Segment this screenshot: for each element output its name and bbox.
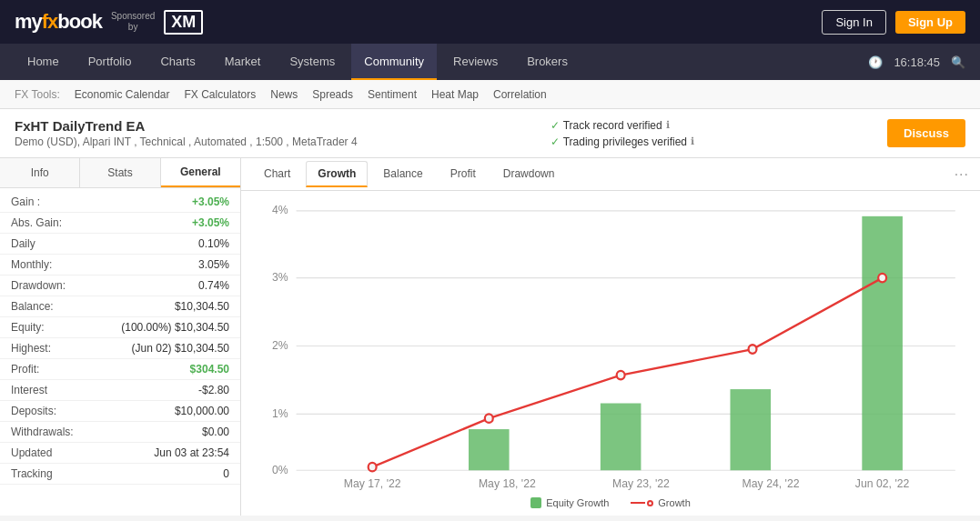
stat-daily-value: 0.10% [198,237,229,250]
xm-logo: XM [164,10,203,35]
signup-button[interactable]: Sign Up [895,11,965,34]
nav-community[interactable]: Community [351,44,437,80]
stat-monthly-label: Monthly: [11,258,52,271]
svg-text:Jun 02, '22: Jun 02, '22 [855,477,910,490]
svg-text:3%: 3% [272,271,288,284]
main-content: Info Stats General Gain : +3.05% Abs. Ga… [0,158,980,516]
clock-icon: 🕐 [868,55,883,69]
nav-systems[interactable]: Systems [277,44,348,80]
tab-general[interactable]: General [161,158,240,187]
stat-highest: Highest: (Jun 02) $10,304.50 [0,338,240,359]
left-panel: Info Stats General Gain : +3.05% Abs. Ga… [0,158,241,516]
signin-button[interactable]: Sign In [822,10,885,35]
tool-sentiment[interactable]: Sentiment [368,88,417,101]
chart-tab-chart[interactable]: Chart [252,161,302,187]
chart-tab-profit[interactable]: Profit [439,161,488,187]
stat-profit: Profit: $304.50 [0,359,240,380]
tool-fx-calculators[interactable]: FX Calculators [185,88,257,101]
chart-legend: Equity Growth Growth [241,492,980,516]
chart-tab-growth[interactable]: Growth [306,161,368,187]
stat-profit-value: $304.50 [190,363,229,376]
legend-equity-label: Equity Growth [546,497,609,508]
stat-deposits-label: Deposits: [11,405,56,417]
top-bar-right: Sign In Sign Up [822,10,965,35]
stat-withdrawals-value: $0.00 [202,426,229,438]
stat-highest-label: Highest: [11,342,51,355]
bar-jun02 [862,216,903,470]
svg-text:May 23, '22: May 23, '22 [612,477,670,490]
search-icon[interactable]: 🔍 [951,55,965,69]
chart-tab-drawdown[interactable]: Drawdown [491,161,567,187]
chart-tab-balance[interactable]: Balance [371,161,434,187]
stat-monthly-value: 3.05% [198,258,229,271]
stat-abs-gain-label: Abs. Gain: [11,216,62,229]
stat-monthly: Monthly: 3.05% [0,255,240,276]
stat-updated-value: Jun 03 at 23:54 [154,446,229,459]
system-subtitle: Demo (USD), Alpari INT , Technical , Aut… [15,135,358,148]
legend-equity-icon [530,497,541,508]
nav-reviews[interactable]: Reviews [440,44,510,80]
stat-gain-value: +3.05% [192,195,229,208]
chart-area: 4% 3% 2% 1% 0% [241,191,980,492]
logo-book: book [57,10,102,33]
legend-growth: Growth [631,497,690,508]
logo-area: myfxbook Sponsored by XM [15,10,203,35]
stat-interest-value: -$2.80 [198,384,229,396]
nav-home[interactable]: Home [15,44,72,80]
svg-text:May 24, '22: May 24, '22 [743,477,800,490]
info-icon-1: ℹ [666,119,670,131]
system-header: FxHT DailyTrend EA Demo (USD), Alpari IN… [0,109,980,158]
badge-track-record: ✓ Track record verified ℹ [551,119,694,132]
dots-menu[interactable]: ··· [955,166,969,183]
stat-tracking: Tracking 0 [0,464,240,485]
bar-may23 [601,404,642,471]
stat-drawdown: Drawdown: 0.74% [0,276,240,296]
svg-text:May 18, '22: May 18, '22 [479,477,536,490]
logo-my: my [15,10,42,33]
tool-correlation[interactable]: Correlation [493,88,547,101]
tool-news[interactable]: News [270,88,298,101]
left-tab-row: Info Stats General [0,158,240,188]
stat-abs-gain-value: +3.05% [192,216,229,229]
nav-right: 🕐 16:18:45 🔍 [868,55,965,69]
chart-tabs: Chart Growth Balance Profit Drawdown ··· [241,158,980,191]
stat-highest-value: (Jun 02) $10,304.50 [132,342,229,355]
stat-tracking-label: Tracking [11,467,53,480]
growth-chart: 4% 3% 2% 1% 0% [256,200,965,492]
sponsored-label: Sponsored [111,11,155,22]
nav-market[interactable]: Market [212,44,274,80]
tab-stats[interactable]: Stats [80,158,160,187]
nav-charts[interactable]: Charts [147,44,207,80]
svg-text:4%: 4% [272,204,288,216]
discuss-button[interactable]: Discuss [887,119,965,147]
stat-abs-gain: Abs. Gain: +3.05% [0,213,240,234]
stat-deposits: Deposits: $10,000.00 [0,401,240,422]
tool-economic-calendar[interactable]: Economic Calendar [75,88,170,101]
line-dot-3 [617,371,625,380]
stat-equity-label: Equity: [11,321,45,334]
nav-brokers[interactable]: Brokers [514,44,581,80]
tool-heat-map[interactable]: Heat Map [431,88,479,101]
line-dot-5 [878,274,886,283]
stat-withdrawals: Withdrawals: $0.00 [0,422,240,443]
tool-spreads[interactable]: Spreads [312,88,353,101]
stat-gain-label: Gain : [11,195,40,208]
nav-portfolio[interactable]: Portfolio [76,44,145,80]
svg-text:0%: 0% [272,463,288,476]
legend-growth-label: Growth [658,497,690,508]
nav-bar: Home Portfolio Charts Market Systems Com… [0,44,980,80]
tab-info[interactable]: Info [0,158,80,187]
stat-interest-label: Interest [11,384,47,396]
stat-deposits-value: $10,000.00 [175,405,229,417]
stat-balance-label: Balance: [11,300,54,313]
chart-tabs-left: Chart Growth Balance Profit Drawdown [252,161,566,187]
tools-bar: FX Tools: Economic Calendar FX Calculato… [0,80,980,109]
nav-left: Home Portfolio Charts Market Systems Com… [15,44,581,80]
system-info: FxHT DailyTrend EA Demo (USD), Alpari IN… [15,118,358,148]
stat-updated: Updated Jun 03 at 23:54 [0,443,240,464]
stat-equity: Equity: (100.00%) $10,304.50 [0,317,240,338]
stat-equity-value: (100.00%) $10,304.50 [121,321,229,334]
stat-drawdown-value: 0.74% [198,279,229,292]
stat-withdrawals-label: Withdrawals: [11,426,74,438]
stat-updated-label: Updated [11,446,52,459]
